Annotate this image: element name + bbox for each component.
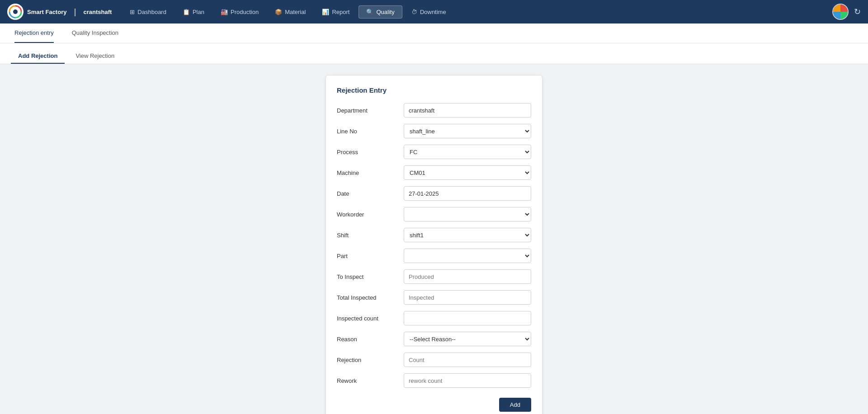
nav-item-material[interactable]: 📦 Material xyxy=(268,6,313,18)
line-no-select[interactable]: shaft_line xyxy=(404,124,531,138)
to-inspect-label: To Inspect xyxy=(337,273,400,280)
line-no-label: Line No xyxy=(337,128,400,135)
reason-row: Reason --Select Reason-- xyxy=(337,332,531,346)
subnav-item-quality-inspection[interactable]: Quality Inspection xyxy=(72,24,118,43)
rework-input[interactable] xyxy=(404,373,531,388)
reason-select[interactable]: --Select Reason-- xyxy=(404,332,531,346)
tab-view-rejection[interactable]: View Rejection xyxy=(68,49,122,64)
workorder-row: Workorder xyxy=(337,207,531,221)
inspected-count-input[interactable] xyxy=(404,311,531,325)
shift-select[interactable]: shift1 xyxy=(404,228,531,242)
rejection-entry-card: Rejection Entry Department Line No shaft… xyxy=(326,75,542,414)
brand-logo xyxy=(7,4,24,20)
nav-label-quality: Quality xyxy=(376,9,394,15)
total-inspected-label: Total Inspected xyxy=(337,294,400,301)
production-icon: 🏭 xyxy=(221,9,228,15)
part-select[interactable] xyxy=(404,249,531,263)
button-row: Add xyxy=(337,394,531,412)
reason-label: Reason xyxy=(337,336,400,343)
rework-label: Rework xyxy=(337,377,400,384)
subnav-label-rejection-entry: Rejection entry xyxy=(14,29,54,36)
subnav: Rejection entry Quality Inspection xyxy=(0,24,868,43)
machine-select[interactable]: CM01 xyxy=(404,165,531,180)
material-icon: 📦 xyxy=(275,9,282,15)
department-label: Department xyxy=(337,107,400,114)
date-row: Date xyxy=(337,186,531,201)
subnav-label-quality-inspection: Quality Inspection xyxy=(72,29,118,36)
rework-row: Rework xyxy=(337,373,531,388)
rejection-label: Rejection xyxy=(337,357,400,363)
dept-name-label: crantshaft xyxy=(83,9,112,15)
rejection-input[interactable] xyxy=(404,353,531,367)
nav-label-dashboard: Dashboard xyxy=(137,9,166,15)
main-content: Rejection Entry Department Line No shaft… xyxy=(0,64,868,414)
nav-item-plan[interactable]: 📋 Plan xyxy=(175,6,212,18)
avatar xyxy=(832,4,849,20)
nav-label-downtime: Downtime xyxy=(420,9,446,15)
inspected-count-label: Inspected count xyxy=(337,315,400,322)
total-inspected-input[interactable] xyxy=(404,290,531,305)
machine-row: Machine CM01 xyxy=(337,165,531,180)
to-inspect-row: To Inspect xyxy=(337,269,531,284)
nav-right: ↻ xyxy=(832,4,861,20)
shift-label: Shift xyxy=(337,232,400,239)
process-select[interactable]: FC xyxy=(404,145,531,159)
svg-point-1 xyxy=(13,9,18,14)
workorder-label: Workorder xyxy=(337,211,400,218)
nav-item-production[interactable]: 🏭 Production xyxy=(213,6,266,18)
machine-label: Machine xyxy=(337,169,400,176)
add-button[interactable]: Add xyxy=(499,398,531,412)
nav-label-material: Material xyxy=(285,9,306,15)
card-title: Rejection Entry xyxy=(337,86,531,94)
app-name-label: Smart Factory xyxy=(27,9,66,15)
nav-items: ⊞ Dashboard 📋 Plan 🏭 Production 📦 Materi… xyxy=(123,5,832,19)
shift-row: Shift shift1 xyxy=(337,228,531,242)
process-row: Process FC xyxy=(337,145,531,159)
inspected-count-row: Inspected count xyxy=(337,311,531,325)
nav-label-report: Report xyxy=(332,9,349,15)
line-no-row: Line No shaft_line xyxy=(337,124,531,138)
subnav-item-rejection-entry[interactable]: Rejection entry xyxy=(14,24,54,43)
total-inspected-row: Total Inspected xyxy=(337,290,531,305)
quality-icon: 🔍 xyxy=(366,9,373,15)
nav-item-dashboard[interactable]: ⊞ Dashboard xyxy=(123,6,174,18)
nav-item-report[interactable]: 📊 Report xyxy=(315,6,357,18)
date-label: Date xyxy=(337,190,400,197)
nav-item-downtime[interactable]: ⏱ Downtime xyxy=(404,6,453,18)
brand: Smart Factory | crantshaft xyxy=(7,4,112,20)
nav-label-plan: Plan xyxy=(193,9,204,15)
rejection-row: Rejection xyxy=(337,353,531,367)
workorder-select[interactable] xyxy=(404,207,531,221)
nav-label-production: Production xyxy=(231,9,259,15)
tab-add-rejection[interactable]: Add Rejection xyxy=(11,49,65,64)
department-row: Department xyxy=(337,103,531,118)
tabs-bar: Add Rejection View Rejection xyxy=(0,43,868,64)
nav-item-quality[interactable]: 🔍 Quality xyxy=(359,5,402,19)
department-input[interactable] xyxy=(404,103,531,118)
refresh-icon[interactable]: ↻ xyxy=(854,7,861,17)
process-label: Process xyxy=(337,149,400,155)
date-input[interactable] xyxy=(404,186,531,201)
nav-separator: | xyxy=(74,7,76,17)
downtime-icon: ⏱ xyxy=(411,9,417,15)
part-label: Part xyxy=(337,253,400,259)
report-icon: 📊 xyxy=(322,9,329,15)
to-inspect-input[interactable] xyxy=(404,269,531,284)
navbar: Smart Factory | crantshaft ⊞ Dashboard 📋… xyxy=(0,0,868,24)
plan-icon: 📋 xyxy=(183,9,190,15)
dashboard-icon: ⊞ xyxy=(130,9,135,15)
part-row: Part xyxy=(337,249,531,263)
